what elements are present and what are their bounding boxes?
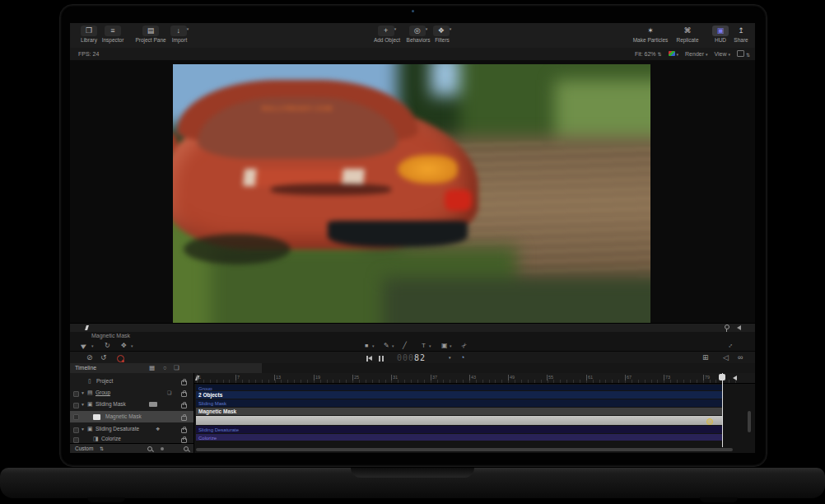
track-bar-sliding-desaturate[interactable]: Sliding Desaturate	[196, 426, 723, 433]
transform-tool-icon[interactable]: ↻	[105, 341, 110, 351]
select-tool-icon[interactable]: ▶	[79, 340, 88, 351]
chevron-down-icon[interactable]: ▾	[449, 352, 451, 364]
layer-row-sliding-desaturate[interactable]: ▼ ▣ Sliding Desaturate ❖	[70, 424, 193, 434]
playhead-handle[interactable]	[719, 374, 725, 380]
show-keyframes-icon[interactable]: ○	[163, 363, 167, 373]
share-button[interactable]: ↥ Share	[730, 26, 752, 44]
text-tool-icon[interactable]: T	[422, 341, 426, 351]
chevron-down-icon[interactable]: ▾	[91, 341, 94, 351]
make-particles-button[interactable]: ✶ Make Particles	[627, 26, 674, 44]
timecode-display-icon[interactable]: ◔	[460, 352, 464, 364]
audio-icon[interactable]: ◁	[723, 352, 729, 364]
disclosure-triangle-icon[interactable]: ▼	[81, 424, 85, 434]
zoom-preset-dropdown[interactable]: Custom	[75, 444, 93, 453]
zoom-slider-handle[interactable]	[161, 447, 164, 450]
playhead[interactable]	[722, 373, 723, 447]
track-bar-colorize[interactable]: Colorize	[196, 434, 723, 441]
inspector-button[interactable]: ≡ Inspector	[97, 26, 128, 44]
foreground-grass	[383, 278, 650, 324]
timeline-ruler[interactable]: 1 7 13 19 25 31 37 43 49 55 61 67 73 79	[194, 373, 755, 384]
lock-icon[interactable]	[181, 404, 187, 408]
track-bar-mask-content[interactable]	[196, 416, 723, 425]
line-tool-icon[interactable]: ╱	[403, 341, 407, 351]
pause-button[interactable]	[379, 356, 384, 362]
main-toolbar: ❐ Library ≡ Inspector ▤ Project Pane ↓▾ …	[70, 23, 755, 49]
lock-icon[interactable]	[181, 428, 187, 433]
shape-tool-icon[interactable]: ■	[365, 341, 368, 351]
expand-viewer-icon[interactable]: ↕	[725, 341, 734, 350]
chevron-down-icon[interactable]: ▾	[372, 341, 375, 351]
stepper-icon[interactable]: ⇅	[100, 444, 104, 453]
library-icon: ❐	[81, 26, 97, 36]
lock-icon[interactable]	[181, 380, 187, 385]
cut-tool-icon[interactable]: ✂	[459, 340, 470, 351]
activation-checkbox[interactable]	[73, 414, 79, 420]
track-bar-2-objects[interactable]: 2 Objects	[196, 391, 723, 399]
activation-checkbox[interactable]	[73, 427, 79, 433]
add-object-icon: +	[378, 26, 394, 36]
project-pane-button[interactable]: ▤ Project Pane	[131, 26, 170, 44]
layer-thumbnail	[149, 402, 157, 407]
filters-button[interactable]: ❖▾ Filters	[429, 26, 455, 44]
loop-icon[interactable]: ∞	[738, 352, 743, 364]
keyframe-icon[interactable]	[725, 324, 729, 329]
isolate-icon[interactable]: ❏	[167, 388, 171, 398]
chevron-down-icon[interactable]: ▾	[429, 341, 431, 351]
track-bar-magnetic-mask[interactable]: Magnetic Mask	[196, 408, 723, 415]
fit-zoom-control[interactable]: Fit: 62% ⇅	[635, 51, 662, 57]
timecode-field[interactable]: 00082	[397, 353, 426, 362]
mini-timeline[interactable]	[70, 323, 755, 332]
out-marker-icon[interactable]	[737, 325, 741, 330]
project-duration-icon[interactable]: ⊞	[702, 352, 709, 364]
show-audio-tracks-icon[interactable]: ❏	[174, 363, 179, 373]
video-viewer[interactable]: RALLYREADY.COM	[173, 64, 650, 324]
layer-row-magnetic-mask[interactable]: Magnetic Mask	[70, 411, 193, 422]
add-object-button[interactable]: +▾ Add Object	[368, 26, 406, 44]
channels-control[interactable]: ▾	[669, 51, 678, 57]
show-video-tracks-icon[interactable]: ▦	[149, 363, 155, 373]
activation-checkbox[interactable]	[73, 391, 79, 397]
record-button[interactable]	[117, 355, 124, 362]
activation-checkbox[interactable]	[73, 403, 79, 408]
filters-icon: ❖	[433, 26, 450, 36]
render-menu[interactable]: Render ▾	[685, 51, 707, 57]
keyframe-marker[interactable]	[706, 418, 713, 425]
display-option-control[interactable]: ⇅	[737, 50, 750, 58]
bezier-tool-icon[interactable]: ✎	[384, 341, 389, 351]
disclosure-triangle-icon[interactable]: ▼	[81, 388, 85, 398]
zoom-in-icon[interactable]	[184, 446, 189, 451]
chevron-down-icon[interactable]: ▾	[392, 341, 394, 351]
hud-button[interactable]: ▣ HUD	[711, 26, 730, 44]
playhead-marker-icon[interactable]	[85, 325, 89, 330]
chevron-down-icon[interactable]: ▾	[131, 341, 133, 351]
replicate-icon: ⌘	[679, 26, 696, 36]
vertical-scrollbar[interactable]	[748, 411, 751, 432]
cycle-playback-icon[interactable]: ↺	[100, 352, 107, 364]
transport-bar: ⊘ ↺ 00082 ▾ ◔ ⊞ ◁ ∞	[70, 351, 755, 364]
layer-row-sliding-mask[interactable]: ▼ ▣ Sliding Mask	[70, 399, 193, 409]
pan-tool-icon[interactable]: ✥	[121, 341, 127, 351]
mask-tool-icon[interactable]: ▣	[441, 341, 448, 351]
view-menu[interactable]: View ▾	[715, 51, 731, 57]
car-grille	[271, 184, 391, 195]
import-button[interactable]: ↓▾ Import	[165, 26, 193, 44]
layer-row-project[interactable]: ▯ Project	[70, 376, 193, 386]
lock-icon[interactable]	[181, 416, 187, 421]
disclosure-triangle-icon[interactable]: ▼	[81, 399, 85, 409]
out-point-marker-icon[interactable]	[733, 376, 737, 380]
go-to-start-button[interactable]	[366, 356, 373, 362]
timeline-body: ▯ Project ▼ ▤ Group ❏ ▼ ▣ Sliding Mask	[70, 373, 755, 453]
horizontal-scrollbar[interactable]	[196, 448, 733, 451]
inspector-icon: ≡	[105, 26, 121, 36]
replicate-button[interactable]: ⌘ Replicate	[670, 26, 705, 44]
layer-row-group[interactable]: ▼ ▤ Group ❏	[70, 388, 193, 398]
zoom-out-icon[interactable]	[147, 446, 152, 451]
activation-checkbox[interactable]	[73, 437, 79, 443]
audio-mute-icon[interactable]: ⊘	[86, 352, 93, 364]
track-bar-group[interactable]: Group	[196, 385, 723, 390]
lock-icon[interactable]	[181, 392, 187, 397]
chevron-down-icon[interactable]: ▾	[450, 341, 452, 351]
track-bar-sliding-mask[interactable]: Sliding Mask	[196, 399, 723, 407]
car-bumper-shadow	[328, 221, 468, 248]
laptop-foot	[87, 497, 125, 502]
